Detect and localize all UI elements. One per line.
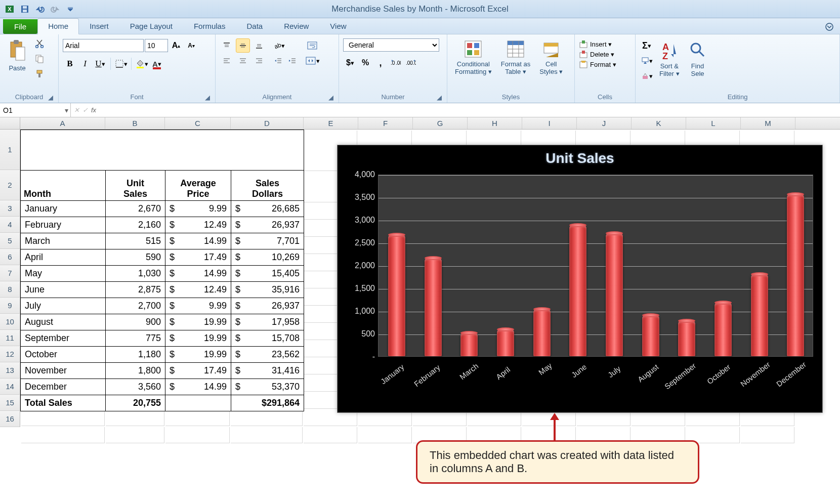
fill-color-icon[interactable]: ▾ [135,57,149,71]
embedded-chart[interactable]: Unit Sales -5001,0001,5002,0002,5003,000… [337,145,823,413]
increase-decimal-icon[interactable]: .0.00 [389,56,403,70]
clear-icon[interactable]: ▾ [640,69,654,83]
chart-bar[interactable] [425,258,442,356]
tab-home[interactable]: Home [37,18,79,34]
excel-icon[interactable]: X [3,3,16,16]
row-header[interactable]: 2 [0,170,20,200]
chart-bar[interactable] [460,333,478,356]
row-header[interactable]: 16 [0,411,20,427]
row-header[interactable]: 1 [0,130,20,170]
qat-customize-icon[interactable] [64,3,77,16]
chart-bar[interactable] [497,329,514,356]
column-header[interactable]: D [231,117,304,129]
tab-formulas[interactable]: Formulas [183,18,236,34]
find-select-button[interactable]: Find Sele [685,38,710,80]
row-header[interactable]: 3 [0,200,20,217]
format-painter-icon[interactable] [32,67,47,81]
align-center-icon[interactable] [236,54,250,68]
table-row[interactable]: August900$19.99$17,958 [21,314,304,330]
delete-cells-button[interactable]: Delete ▾ [579,50,614,59]
table-row[interactable]: November1,800$17.49$31,416 [21,363,304,379]
cut-icon[interactable] [32,36,47,51]
column-header-cell[interactable]: SalesDollars [231,171,304,201]
sort-filter-button[interactable]: AZ Sort & Filter ▾ [656,38,683,80]
chart-bar[interactable] [715,303,732,356]
table-row[interactable]: June2,875$12.49$35,916 [21,282,304,298]
orientation-icon[interactable]: ab▾ [271,38,285,53]
file-tab[interactable]: File [3,19,37,34]
number-dialog-launcher-icon[interactable]: ◢ [436,94,443,101]
row-header[interactable]: 8 [0,281,20,298]
align-left-icon[interactable] [220,54,234,68]
column-header[interactable]: K [632,117,686,129]
align-middle-icon[interactable] [236,38,250,53]
wrap-text-icon[interactable] [304,38,321,53]
column-header[interactable]: F [358,117,413,129]
chart-bar[interactable] [751,274,768,356]
column-header[interactable]: C [165,117,231,129]
select-all-corner[interactable] [0,117,20,129]
undo-icon[interactable] [33,3,47,16]
italic-button[interactable]: I [78,57,92,71]
save-icon[interactable] [18,3,31,16]
column-header-cell[interactable]: AveragePrice [165,171,231,201]
font-size-combo[interactable] [145,39,168,52]
increase-indent-icon[interactable] [285,54,300,68]
alignment-dialog-launcher-icon[interactable]: ◢ [327,94,334,101]
tab-review[interactable]: Review [273,18,319,34]
tab-insert[interactable]: Insert [79,18,119,34]
clipboard-dialog-launcher-icon[interactable]: ◢ [47,94,54,101]
row-header[interactable]: 12 [0,346,20,362]
conditional-formatting-button[interactable]: Conditional Formatting ▾ [451,36,495,78]
borders-icon[interactable]: ▾ [114,57,128,71]
tab-data[interactable]: Data [236,18,273,34]
number-format-combo[interactable]: General [343,38,439,52]
bold-button[interactable]: B [63,57,77,71]
table-row[interactable]: July2,700$9.99$26,937 [21,298,304,314]
row-header[interactable]: 4 [0,217,20,233]
chart-bar[interactable] [606,233,623,356]
font-color-icon[interactable]: A▾ [150,57,164,71]
cell-styles-button[interactable]: Cell Styles ▾ [536,36,566,78]
format-cells-button[interactable]: Format ▾ [579,60,616,69]
underline-button[interactable]: U▾ [93,57,107,71]
total-row[interactable]: Total Sales20,755$291,864 [21,395,304,411]
font-name-combo[interactable] [63,39,144,52]
align-bottom-icon[interactable] [252,38,266,53]
table-row[interactable]: December3,560$14.99$53,370 [21,379,304,395]
chart-bar[interactable] [388,235,405,356]
enter-formula-icon[interactable]: ✓ [82,106,88,114]
row-header[interactable]: 7 [0,265,20,281]
copy-icon[interactable] [32,52,47,66]
chart-bar[interactable] [678,321,695,356]
column-header[interactable]: E [304,117,358,129]
fx-icon[interactable]: fx [91,106,96,114]
font-dialog-launcher-icon[interactable]: ◢ [204,94,211,101]
row-header[interactable]: 10 [0,314,20,330]
decrease-indent-icon[interactable] [271,54,285,68]
table-row[interactable]: March515$14.99$7,701 [21,233,304,249]
row-header[interactable]: 15 [0,395,20,411]
paste-button[interactable]: Paste [4,36,30,74]
align-top-icon[interactable] [220,38,234,53]
row-header[interactable]: 11 [0,330,20,346]
column-header[interactable]: G [413,117,468,129]
autosum-icon[interactable]: Σ▾ [640,38,654,53]
chart-bar[interactable] [787,194,804,356]
tab-page-layout[interactable]: Page Layout [119,18,183,34]
merge-center-icon[interactable]: ▾ [304,54,321,68]
decrease-decimal-icon[interactable]: .00.0 [404,56,418,70]
row-header[interactable]: 5 [0,233,20,249]
worksheet-grid[interactable]: ABCDEFGHIJKLM 12345678910111213141516 Ge… [0,117,840,504]
column-header[interactable]: M [741,117,795,129]
row-header[interactable]: 13 [0,362,20,379]
table-row[interactable]: October1,180$19.99$23,562 [21,347,304,363]
table-row[interactable]: May1,030$14.99$15,405 [21,266,304,282]
column-header[interactable]: I [522,117,577,129]
column-header-cell[interactable]: UnitSales [106,171,165,201]
percent-format-icon[interactable]: % [358,56,372,70]
redo-icon[interactable] [49,3,62,16]
table-row[interactable]: April590$17.49$10,269 [21,249,304,266]
align-right-icon[interactable] [252,54,266,68]
column-header[interactable]: L [686,117,741,129]
